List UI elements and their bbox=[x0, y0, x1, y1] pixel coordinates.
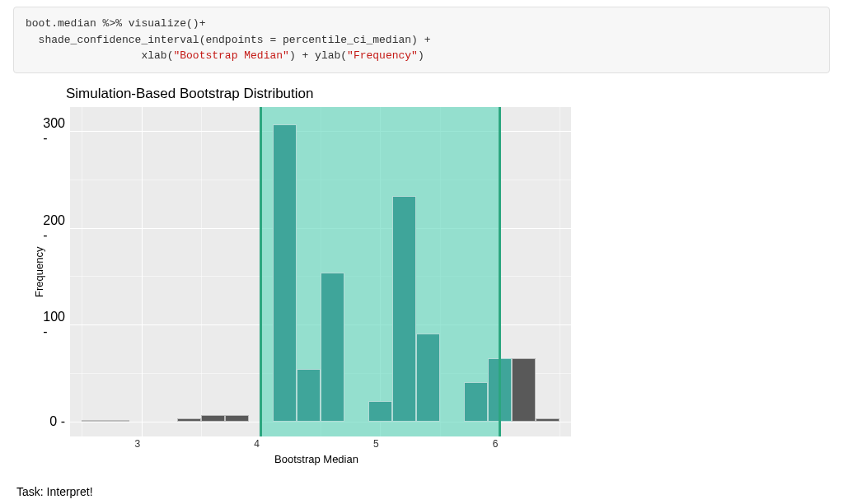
chart-title: Simulation-Based Bootstrap Distribution bbox=[66, 86, 830, 102]
histogram-bar bbox=[105, 420, 129, 422]
histogram-bar bbox=[225, 415, 249, 422]
plot-panel bbox=[70, 107, 571, 436]
x-axis-label: Bootstrap Median bbox=[66, 453, 567, 465]
x-tick-label: 6 bbox=[493, 438, 499, 450]
histogram-bar bbox=[368, 401, 392, 422]
x-axis: 3456 bbox=[66, 436, 567, 451]
bars-layer bbox=[70, 107, 571, 436]
x-tick-label: 3 bbox=[135, 438, 141, 450]
histogram-bar bbox=[416, 334, 440, 422]
code-line-3-end: ) bbox=[418, 49, 424, 62]
histogram-bar bbox=[512, 358, 536, 421]
code-string-2: "Frequency" bbox=[347, 49, 418, 62]
code-line-3-indent: xlab( bbox=[26, 49, 173, 62]
histogram-bar bbox=[464, 382, 488, 422]
histogram-bar bbox=[201, 415, 225, 422]
code-string-1: "Bootstrap Median" bbox=[173, 49, 288, 62]
x-tick-label: 4 bbox=[254, 438, 260, 450]
histogram-bar bbox=[177, 418, 201, 422]
code-block: boot.median %>% visualize()+ shade_confi… bbox=[13, 7, 830, 73]
code-line-3-mid: ) + ylab( bbox=[289, 49, 347, 62]
y-tick-label: 300 - bbox=[43, 116, 65, 146]
code-line-2: shade_confidence_interval(endpoints = pe… bbox=[26, 34, 430, 46]
y-axis-label: Frequency bbox=[30, 107, 45, 436]
code-line-1: boot.median %>% visualize()+ bbox=[26, 17, 205, 30]
y-tick-label: 200 - bbox=[43, 213, 65, 243]
x-tick-label: 5 bbox=[373, 438, 379, 450]
task-text: Task: Interpret! bbox=[16, 485, 830, 498]
y-axis: 0 -100 -200 -300 - bbox=[45, 107, 70, 436]
histogram-bar bbox=[321, 273, 344, 422]
histogram-bar bbox=[273, 124, 297, 422]
histogram-bar bbox=[297, 369, 321, 422]
ci-endpoint-line bbox=[499, 107, 501, 436]
histogram-bar bbox=[82, 420, 105, 422]
y-tick-label: 0 - bbox=[49, 414, 65, 429]
chart-container: Simulation-Based Bootstrap Distribution … bbox=[30, 86, 830, 465]
histogram-bar bbox=[536, 418, 560, 422]
histogram-bar bbox=[392, 196, 416, 422]
ci-endpoint-line bbox=[260, 107, 262, 436]
y-tick-label: 100 - bbox=[43, 310, 65, 339]
